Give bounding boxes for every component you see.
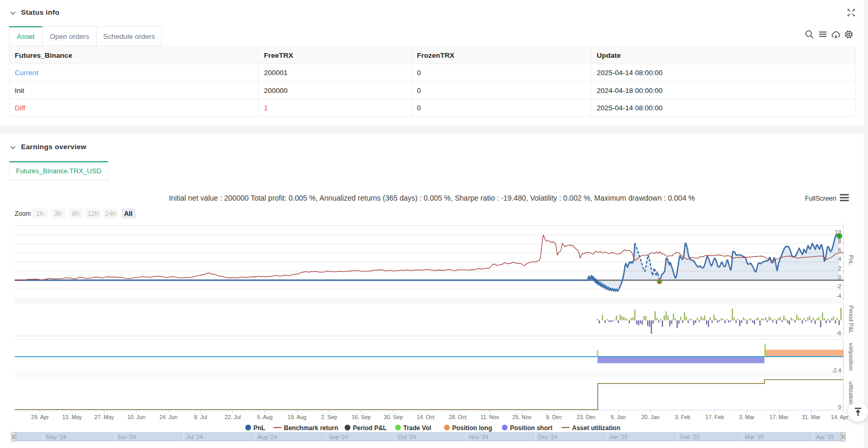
svg-text:-6: -6 [836, 330, 841, 336]
svg-text:6: 6 [838, 247, 841, 253]
svg-text:8: 8 [838, 238, 841, 244]
svg-text:Dec '24: Dec '24 [538, 434, 557, 440]
svg-text:19. Aug: 19. Aug [288, 414, 307, 420]
svg-text:29. Apr: 29. Apr [31, 414, 49, 420]
svg-text:28. Oct: 28. Oct [449, 414, 467, 420]
svg-text:0: 0 [838, 404, 841, 410]
svg-text:11. Nov: 11. Nov [481, 414, 499, 420]
svg-text:2: 2 [838, 265, 841, 272]
svg-text:-4: -4 [836, 293, 841, 299]
svg-text:PnL: PnL [253, 424, 265, 432]
svg-text:30. Sep: 30. Sep [384, 414, 403, 420]
svg-text:Sep '24: Sep '24 [329, 434, 348, 440]
svg-text:utilization: utilization [848, 381, 854, 404]
svg-text:Aug '24: Aug '24 [258, 434, 277, 440]
svg-text:5. Aug: 5. Aug [257, 414, 273, 420]
svg-text:20. Jan: 20. Jan [641, 414, 660, 420]
svg-text:10: 10 [835, 229, 841, 235]
svg-text:PnL: PnL [848, 255, 854, 265]
svg-text:0: 0 [838, 274, 841, 280]
svg-text:17. Feb: 17. Feb [706, 414, 724, 420]
svg-text:Nov '24: Nov '24 [469, 434, 488, 440]
svg-text:22. Jul: 22. Jul [224, 414, 241, 420]
svg-text:27. May: 27. May [95, 414, 115, 420]
svg-text:-2.4: -2.4 [832, 367, 841, 373]
svg-text:vol/position: vol/position [848, 343, 854, 371]
svg-text:-2: -2 [836, 283, 841, 289]
svg-text:31. Mar: 31. Mar [802, 414, 821, 420]
svg-text:Period P&L: Period P&L [848, 305, 854, 333]
svg-text:Position short: Position short [510, 424, 553, 432]
svg-text:2. Sep: 2. Sep [321, 414, 338, 420]
svg-text:8. Jul: 8. Jul [194, 414, 207, 420]
svg-text:Trade Vol: Trade Vol [403, 424, 431, 432]
svg-text:17. Mar: 17. Mar [770, 414, 789, 420]
svg-text:Feb '25: Feb '25 [680, 434, 699, 440]
svg-text:Benchmark return: Benchmark return [284, 424, 338, 432]
svg-text:Position long: Position long [452, 424, 492, 432]
svg-text:14. Oct: 14. Oct [416, 414, 434, 420]
svg-text:Oct '24: Oct '24 [398, 434, 416, 440]
svg-text:Jul '24: Jul '24 [186, 434, 202, 440]
svg-text:Apr '25: Apr '25 [816, 434, 834, 440]
svg-text:Jan '25: Jan '25 [609, 434, 628, 440]
svg-text:25. Nov: 25. Nov [513, 414, 532, 420]
svg-text:9. Dec: 9. Dec [546, 414, 562, 420]
svg-text:10. Jun: 10. Jun [127, 414, 146, 420]
svg-text:13. May: 13. May [62, 414, 82, 420]
svg-text:23. Dec: 23. Dec [577, 414, 596, 420]
svg-text:Asset utilization: Asset utilization [572, 424, 620, 432]
svg-text:16. Sep: 16. Sep [352, 414, 371, 420]
svg-text:Mar '25: Mar '25 [745, 434, 764, 440]
svg-text:3. Mar: 3. Mar [739, 414, 755, 420]
svg-text:Period P&L: Period P&L [353, 424, 387, 432]
svg-text:14. Apr: 14. Apr [831, 414, 849, 420]
svg-text:May '24: May '24 [46, 434, 66, 440]
svg-text:24. Jun: 24. Jun [159, 414, 178, 420]
svg-text:4: 4 [838, 256, 841, 262]
svg-text:6. Jan: 6. Jan [611, 414, 626, 420]
svg-text:Jun '24: Jun '24 [117, 434, 136, 440]
svg-text:3. Feb: 3. Feb [675, 414, 690, 420]
